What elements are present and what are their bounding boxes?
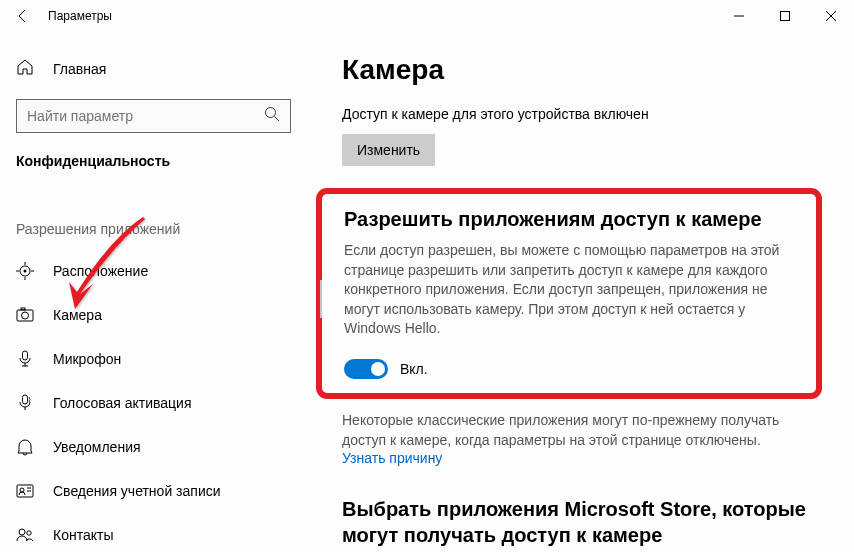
window-title: Параметры — [48, 9, 112, 23]
svg-rect-14 — [21, 308, 25, 310]
home-label: Главная — [53, 61, 106, 77]
allow-apps-description: Если доступ разрешен, вы можете с помощь… — [344, 241, 796, 339]
allow-apps-toggle[interactable] — [344, 359, 388, 379]
sidebar-item-notifications[interactable]: Уведомления — [0, 425, 310, 469]
account-info-icon — [16, 482, 34, 500]
svg-rect-1 — [781, 12, 790, 21]
close-button[interactable] — [808, 0, 854, 32]
sidebar-item-voice-activation[interactable]: Голосовая активация — [0, 381, 310, 425]
allow-apps-heading: Разрешить приложениям доступ к камере — [344, 208, 796, 231]
svg-point-21 — [20, 488, 24, 492]
sidebar-subsection: Разрешения приложений — [0, 181, 310, 249]
sidebar-item-label: Сведения учетной записи — [53, 483, 221, 499]
maximize-button[interactable] — [762, 0, 808, 32]
sidebar-item-account-info[interactable]: Сведения учетной записи — [0, 469, 310, 513]
main-content: Камера Доступ к камере для этого устройс… — [310, 32, 854, 552]
back-button[interactable] — [14, 8, 32, 24]
sidebar-item-contacts[interactable]: Контакты — [0, 513, 310, 552]
classic-apps-note: Некоторые классические приложения могут … — [342, 411, 812, 450]
store-apps-heading: Выбрать приложения Microsoft Store, кото… — [342, 496, 812, 548]
microphone-icon — [16, 350, 34, 368]
svg-point-4 — [266, 108, 276, 118]
sidebar-item-label: Голосовая активация — [53, 395, 192, 411]
sidebar-item-label: Микрофон — [53, 351, 121, 367]
svg-point-25 — [27, 531, 31, 535]
svg-rect-15 — [23, 351, 28, 360]
search-icon — [264, 106, 280, 126]
svg-point-24 — [19, 529, 25, 535]
svg-point-7 — [24, 270, 27, 273]
sidebar-item-label: Контакты — [53, 527, 113, 543]
svg-line-5 — [275, 117, 280, 122]
learn-why-link[interactable]: Узнать причину — [342, 450, 812, 466]
sidebar-item-camera[interactable]: Камера — [0, 293, 310, 337]
search-input[interactable] — [27, 108, 264, 124]
sidebar: Главная Конфиденциальность Разрешения пр… — [0, 32, 310, 552]
voice-activation-icon — [16, 394, 34, 412]
scrollbar-thumb[interactable] — [320, 280, 322, 318]
contacts-icon — [16, 526, 34, 544]
toggle-state-label: Вкл. — [400, 361, 428, 377]
sidebar-item-label: Камера — [53, 307, 102, 323]
page-title: Камера — [342, 54, 812, 86]
highlighted-section: Разрешить приложениям доступ к камере Ес… — [316, 188, 822, 399]
sidebar-section: Конфиденциальность — [0, 147, 310, 181]
device-access-status: Доступ к камере для этого устройства вкл… — [342, 106, 812, 122]
minimize-button[interactable] — [716, 0, 762, 32]
svg-point-13 — [22, 312, 29, 319]
search-box[interactable] — [16, 99, 291, 133]
sidebar-item-label: Расположение — [53, 263, 148, 279]
sidebar-item-location[interactable]: Расположение — [0, 249, 310, 293]
home-link[interactable]: Главная — [0, 52, 310, 85]
home-icon — [16, 58, 34, 79]
location-icon — [16, 262, 34, 280]
notifications-icon — [16, 438, 34, 456]
sidebar-item-label: Уведомления — [53, 439, 141, 455]
svg-rect-18 — [23, 395, 28, 404]
sidebar-item-microphone[interactable]: Микрофон — [0, 337, 310, 381]
camera-icon — [16, 306, 34, 324]
change-button[interactable]: Изменить — [342, 134, 435, 166]
